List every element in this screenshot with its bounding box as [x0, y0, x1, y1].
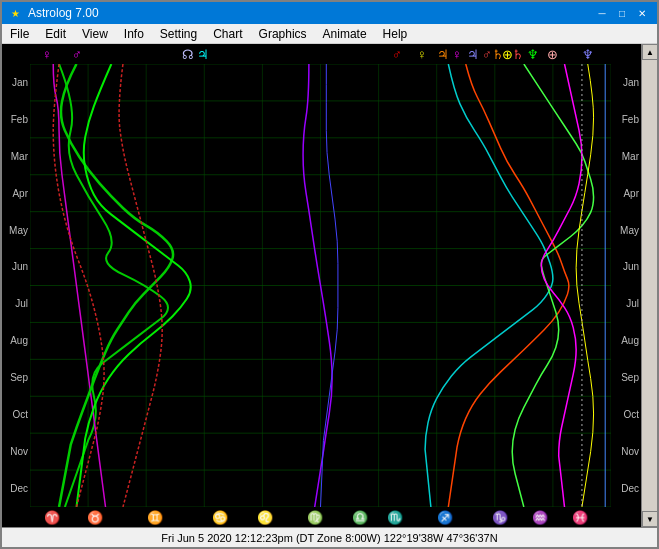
- month-label-left: Jan: [4, 77, 28, 88]
- top-planet-symbol: ♂: [482, 47, 492, 62]
- menu-view[interactable]: View: [74, 25, 116, 43]
- month-label-left: May: [4, 225, 28, 236]
- top-planet-symbol: ♃: [467, 47, 479, 62]
- bottom-zodiac-symbol: ♐: [437, 510, 453, 525]
- astro-chart: [30, 64, 611, 507]
- month-label-right: Jan: [613, 77, 639, 88]
- bottom-zodiac-symbol: ♊: [147, 510, 163, 525]
- statusbar: Fri Jun 5 2020 12:12:23pm (DT Zone 8:00W…: [2, 527, 657, 547]
- menu-setting[interactable]: Setting: [152, 25, 205, 43]
- month-label-right: Apr: [613, 188, 639, 199]
- top-planet-symbol: ♃: [437, 47, 449, 62]
- titlebar: ★ Astrolog 7.00 ─ □ ✕: [2, 2, 657, 24]
- month-label-left: Oct: [4, 409, 28, 420]
- month-labels-left: JanFebMarAprMayJunJulAugSepOctNovDec: [2, 64, 30, 507]
- month-label-left: Apr: [4, 188, 28, 199]
- month-label-right: Aug: [613, 335, 639, 346]
- month-label-left: Jun: [4, 261, 28, 272]
- month-label-right: Jun: [613, 261, 639, 272]
- month-label-left: Aug: [4, 335, 28, 346]
- bottom-zodiac-symbol: ♈: [44, 510, 60, 525]
- top-planet-symbol: ♀: [42, 47, 52, 62]
- main-window: ★ Astrolog 7.00 ─ □ ✕ File Edit View Inf…: [0, 0, 659, 549]
- top-planet-symbol: ♂: [392, 47, 402, 62]
- bottom-zodiac-symbol: ♋: [212, 510, 228, 525]
- titlebar-left: ★ Astrolog 7.00: [8, 6, 99, 20]
- vertical-scrollbar[interactable]: ▲ ▼: [641, 44, 657, 527]
- month-labels-right: JanFebMarAprMayJunJulAugSepOctNovDec: [611, 64, 641, 507]
- top-symbol-row: ♀♂☊♃♂♀♃♀♃♂♄⊕♄♆⊕♆: [2, 44, 641, 64]
- month-label-right: Dec: [613, 483, 639, 494]
- menu-help[interactable]: Help: [375, 25, 416, 43]
- menu-edit[interactable]: Edit: [37, 25, 74, 43]
- bottom-zodiac-symbol: ♑: [492, 510, 508, 525]
- scroll-track[interactable]: [642, 60, 657, 511]
- month-label-right: Mar: [613, 151, 639, 162]
- month-label-left: Feb: [4, 114, 28, 125]
- top-planet-symbol: ♀: [417, 47, 427, 62]
- bottom-zodiac-symbol: ♓: [572, 510, 588, 525]
- app-icon: ★: [8, 6, 22, 20]
- top-planet-symbol: ☊: [182, 47, 194, 62]
- bottom-zodiac-symbol: ♒: [532, 510, 548, 525]
- bottom-zodiac-symbol: ♏: [387, 510, 403, 525]
- month-label-left: Nov: [4, 446, 28, 457]
- top-planet-symbol: ⊕: [547, 47, 558, 62]
- month-label-right: Feb: [613, 114, 639, 125]
- maximize-button[interactable]: □: [613, 5, 631, 21]
- menu-chart[interactable]: Chart: [205, 25, 250, 43]
- month-label-right: Nov: [613, 446, 639, 457]
- month-label-right: Jul: [613, 298, 639, 309]
- menu-animate[interactable]: Animate: [315, 25, 375, 43]
- bottom-symbol-row: ♈♉♊♋♌♍♎♏♐♑♒♓: [2, 507, 641, 527]
- month-label-left: Jul: [4, 298, 28, 309]
- top-planet-symbol: ♀: [452, 47, 462, 62]
- content-area: ♀♂☊♃♂♀♃♀♃♂♄⊕♄♆⊕♆ JanFebMarAprMayJunJulAu…: [2, 44, 657, 527]
- menubar: File Edit View Info Setting Chart Graphi…: [2, 24, 657, 44]
- bottom-zodiac-symbol: ♍: [307, 510, 323, 525]
- scroll-down-button[interactable]: ▼: [642, 511, 657, 527]
- menu-graphics[interactable]: Graphics: [251, 25, 315, 43]
- month-label-left: Mar: [4, 151, 28, 162]
- bottom-zodiac-symbol: ♌: [257, 510, 273, 525]
- bottom-zodiac-symbol: ♉: [87, 510, 103, 525]
- month-label-left: Sep: [4, 372, 28, 383]
- window-title: Astrolog 7.00: [28, 6, 99, 20]
- titlebar-controls[interactable]: ─ □ ✕: [593, 5, 651, 21]
- close-button[interactable]: ✕: [633, 5, 651, 21]
- month-label-left: Dec: [4, 483, 28, 494]
- top-planet-symbol: ♆: [582, 47, 594, 62]
- month-label-right: Sep: [613, 372, 639, 383]
- month-label-right: May: [613, 225, 639, 236]
- chart-area: JanFebMarAprMayJunJulAugSepOctNovDec Jan…: [2, 64, 641, 507]
- top-planet-symbol: ♄: [512, 47, 524, 62]
- chart-section: ♀♂☊♃♂♀♃♀♃♂♄⊕♄♆⊕♆ JanFebMarAprMayJunJulAu…: [2, 44, 641, 527]
- top-planet-symbol: ♆: [527, 47, 539, 62]
- minimize-button[interactable]: ─: [593, 5, 611, 21]
- top-planet-symbol: ♃: [197, 47, 209, 62]
- month-label-right: Oct: [613, 409, 639, 420]
- scroll-up-button[interactable]: ▲: [642, 44, 657, 60]
- top-planet-symbol: ♂: [72, 47, 82, 62]
- bottom-zodiac-symbol: ♎: [352, 510, 368, 525]
- menu-file[interactable]: File: [2, 25, 37, 43]
- menu-info[interactable]: Info: [116, 25, 152, 43]
- status-text: Fri Jun 5 2020 12:12:23pm (DT Zone 8:00W…: [161, 532, 497, 544]
